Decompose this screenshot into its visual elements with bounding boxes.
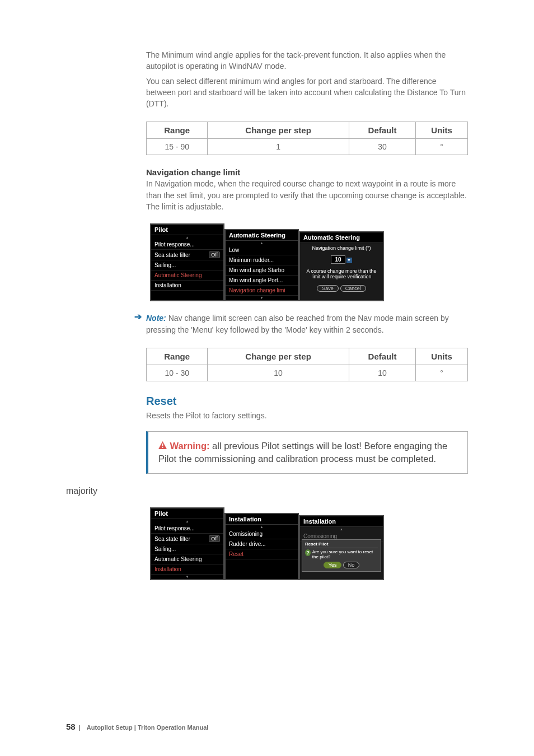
panel-nav-change-dialog: Automatic Steering Navigation change lim… <box>299 231 384 301</box>
menu-item-sea-state[interactable]: Sea state filter Off <box>151 250 223 260</box>
svg-rect-0 <box>162 444 163 446</box>
figure-reset: Pilot Pilot response... Sea state filter… <box>66 507 468 580</box>
menu-item-reset[interactable]: Reset <box>226 549 298 559</box>
panel-installation-menu: Installation Comissioning Rudder drive..… <box>224 513 299 580</box>
menu-label: Sailing... <box>154 262 176 268</box>
cell-default: 30 <box>349 139 415 155</box>
menu-label: Low <box>229 247 239 253</box>
scroll-up-icon <box>260 241 264 245</box>
cell-range: 10 - 30 <box>147 365 208 381</box>
menu-label: Sea state filter <box>154 252 190 258</box>
warning-label: Warning: <box>170 441 210 451</box>
panel-pilot-menu: Pilot Pilot response... Sea state filter… <box>150 223 224 301</box>
scroll-up-icon <box>186 236 189 239</box>
menu-label: Installation <box>154 566 181 572</box>
menu-item-rudder-drive[interactable]: Rudder drive... <box>226 539 298 549</box>
reset-pilot-dialog: Reset Pilot ? Are you sure you want to r… <box>302 539 381 572</box>
yes-button[interactable]: Yes <box>324 562 342 568</box>
dropdown-icon[interactable]: ▼ <box>346 258 352 263</box>
page-footer: 58| Autopilot Setup | Triton Operation M… <box>66 722 208 731</box>
menu-item-pilot-response[interactable]: Pilot response... <box>151 240 223 250</box>
dialog-label: Navigation change limit (°) <box>300 243 383 253</box>
save-button[interactable]: Save <box>317 285 339 292</box>
reset-p1: Resets the Pilot to factory settings. <box>146 410 468 421</box>
menu-label: Installation <box>154 282 181 288</box>
th-default: Default <box>349 122 415 139</box>
heading-reset: Reset <box>146 395 468 408</box>
th-cps: Change per step <box>208 122 349 139</box>
footer-divider: | <box>133 724 138 731</box>
footer-section: Autopilot Setup <box>87 724 133 731</box>
menu-label: Sailing... <box>154 546 176 552</box>
badge-off: Off <box>209 535 220 542</box>
menu-item-sailing[interactable]: Sailing... <box>151 260 223 270</box>
badge-off: Off <box>209 251 220 258</box>
th-range: Range <box>147 122 208 139</box>
menu-item-pilot-response[interactable]: Pilot response... <box>151 524 223 534</box>
menu-item-sea-state[interactable]: Sea state filter Off <box>151 534 223 544</box>
panel-title: Automatic Steering <box>300 232 383 243</box>
footer-manual: Triton Operation Manual <box>138 724 209 731</box>
nav-limit-p1: In Navigation mode, when the required co… <box>146 178 468 212</box>
menu-label: Rudder drive... <box>229 541 266 547</box>
note-label: Note: <box>146 314 166 323</box>
warning-icon <box>158 440 167 452</box>
menu-label: Automatic Steering <box>154 272 202 278</box>
menu-label: Reset <box>229 551 243 557</box>
cell-cps: 10 <box>208 365 349 381</box>
th-range: Range <box>147 348 208 365</box>
note-arrow-icon: ➔ <box>134 312 142 321</box>
panel-title: Installation <box>226 514 298 525</box>
question-icon: ? <box>305 549 311 556</box>
cell-units: ° <box>416 365 468 381</box>
cell-range: 15 - 90 <box>147 139 208 155</box>
menu-item-auto-steering[interactable]: Automatic Steering <box>151 554 223 564</box>
cell-default: 10 <box>349 365 415 381</box>
table-min-wind-angle: Range Change per step Default Units 15 -… <box>146 122 468 155</box>
panel-title: Automatic Steering <box>226 230 298 241</box>
panel-title: Pilot <box>151 508 223 519</box>
panel-reset-dialog: Installation Comissioning Reset Pilot ? … <box>299 515 384 580</box>
menu-label: Min wind angle Port... <box>229 277 283 283</box>
menu-item-commissioning[interactable]: Comissioning <box>226 529 298 539</box>
menu-item-min-wind-port[interactable]: Min wind angle Port... <box>226 276 298 286</box>
menu-label: Navigation change limi <box>229 287 285 293</box>
svg-rect-1 <box>162 447 163 448</box>
panel-title: Pilot <box>151 225 223 235</box>
dialog-title: Reset Pilot <box>305 542 378 548</box>
menu-item-low[interactable]: Low <box>226 245 298 255</box>
menu-item-sailing[interactable]: Sailing... <box>151 544 223 554</box>
menu-label: Min wind angle Starbo <box>229 267 284 273</box>
warning-box: Warning: all previous Pilot settings wil… <box>146 431 468 474</box>
scroll-down-icon: ▼ <box>151 575 223 579</box>
page-number: 58 <box>66 722 76 731</box>
th-default: Default <box>349 348 415 365</box>
heading-nav-change-limit: Navigation change limit <box>146 167 468 177</box>
table-nav-change-limit: Range Change per step Default Units 10 -… <box>146 348 468 381</box>
no-button[interactable]: No <box>343 562 360 568</box>
menu-item-nav-change-limit[interactable]: Navigation change limi <box>226 286 298 296</box>
menu-item-min-rudder[interactable]: Minimum rudder... <box>226 255 298 265</box>
menu-item-installation[interactable]: Installation <box>151 564 223 575</box>
table-row: 10 - 30 10 10 ° <box>147 365 468 381</box>
dialog-hint: A course change more than the limit will… <box>300 266 383 282</box>
cancel-button[interactable]: Cancel <box>340 285 366 292</box>
panel-pilot-menu-2: Pilot Pilot response... Sea state filter… <box>150 507 224 580</box>
menu-label: Pilot response... <box>154 525 195 531</box>
menu-label: Minimum rudder... <box>229 257 274 263</box>
menu-label: Comissioning <box>229 531 263 537</box>
menu-item-min-wind-starboard[interactable]: Min wind angle Starbo <box>226 265 298 276</box>
table-row: 15 - 90 1 30 ° <box>147 139 468 155</box>
scroll-down-icon: ▼ <box>226 296 298 300</box>
cell-cps: 1 <box>208 139 349 155</box>
menu-label: Pilot response... <box>154 241 195 248</box>
th-units: Units <box>416 348 468 365</box>
nav-change-limit-input[interactable]: 10 <box>331 255 345 264</box>
menu-item-installation[interactable]: Installation <box>151 281 223 291</box>
menu-item-auto-steering[interactable]: Automatic Steering <box>151 270 223 281</box>
scroll-up-icon <box>186 520 189 523</box>
intro-p1: The Minimum wind angle applies for the t… <box>146 49 468 72</box>
panel-auto-steering-menu: Automatic Steering Low Minimum rudder...… <box>224 229 299 301</box>
footer-sep: | <box>79 724 81 731</box>
scroll-up-icon <box>340 528 343 531</box>
